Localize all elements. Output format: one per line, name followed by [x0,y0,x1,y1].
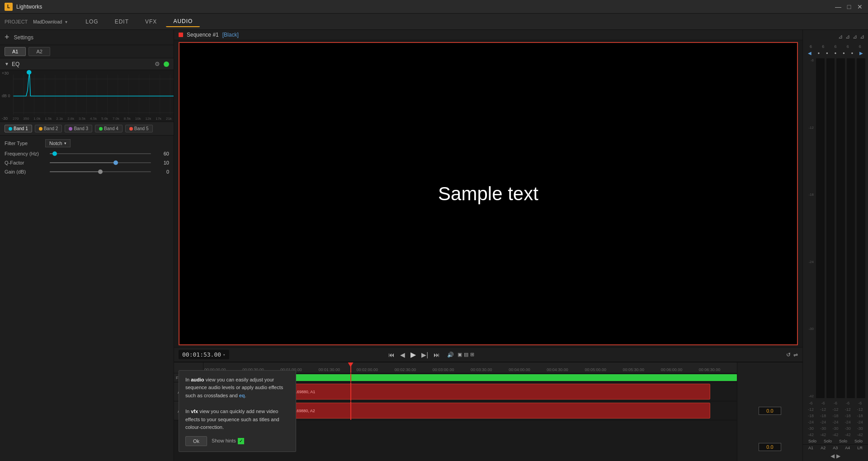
ch-label-a3: A3 [833,446,838,450]
solo-labels: Solo Solo Solo Solo [803,438,868,444]
frequency-value: 60 [156,151,169,156]
info-tooltip: In audio view you can easily adjust your… [179,370,296,452]
meter-bar-a1 [816,58,825,398]
meter-dot-4: ● [843,51,845,55]
audio-indicator: 🔊 [447,352,454,358]
meter-tri-2: ▶ [859,51,863,56]
minimize-button[interactable]: — [835,3,842,10]
band-selector: Band 1 Band 2 Band 3 Band 4 Band 5 [0,122,174,136]
settings-link[interactable]: Settings [14,34,33,41]
transport-right: ↺ ⇌ [786,352,798,358]
nav-log[interactable]: LOG [78,17,105,27]
filter-type-chevron: ▾ [64,141,66,146]
a2-fader-value[interactable]: 0.0 [759,443,781,451]
meter-tool-1[interactable]: ⊿ [838,33,843,40]
nav-vfx[interactable]: VFX [138,17,164,27]
qfactor-label: Q-Factor [5,160,45,165]
loop-icon[interactable]: ↺ [786,352,791,358]
meter-bar-lr [857,58,865,398]
filter-type-value: Notch [49,141,62,146]
meter-bar-a3 [836,58,845,398]
tooltip-line1: In audio view you can easily adjust your… [185,376,289,400]
meter-dot-2: ● [826,51,828,55]
band-1-button[interactable]: Band 1 [5,125,32,132]
meter-scale: -6-12-18-24-30-42 [806,58,815,398]
video-preview: Sample text [179,42,798,345]
video-sample-text: Sample text [438,183,538,205]
nav-edit[interactable]: EDIT [108,17,136,27]
main-area: + Settings A1 A2 ▼ EQ ⚙ [0,30,868,461]
ch-label-a4: A4 [845,446,850,450]
meter-tool-4[interactable]: ⊿ [860,33,864,40]
tab-a1[interactable]: A1 [5,47,26,56]
project-label: PROJECT [5,19,28,24]
meter-mid-scale-18: -18-18-18-18-18 [803,413,868,419]
transport-icon3: ⊞ [470,352,474,358]
band-3-button[interactable]: Band 3 [65,125,92,132]
meter-dot-1: ● [818,51,820,55]
show-hints-checkbox[interactable]: ✓ [238,438,244,444]
gear-icon[interactable]: ⚙ [155,61,160,67]
transport-icon2: ▤ [464,352,468,358]
filter-controls: Filter Type Notch ▾ Frequency (Hz) 60 Q-… [0,136,174,178]
lr-right-icon: ▶ [836,453,840,459]
band-2-button[interactable]: Band 2 [35,125,62,132]
meter-bars-area: -6-12-18-24-30-42 [803,56,868,400]
window-controls: — □ ✕ [835,3,863,10]
meter-label-6-2: 6 [822,44,824,49]
maximize-button[interactable]: □ [845,3,853,10]
bottom-right-panel: 0.0 0.0 [737,362,802,461]
next-frame-button[interactable]: ▶| [420,350,430,359]
tab-a2[interactable]: A2 [28,47,50,56]
eq-graph: +30 dB 0 -30 2703501.0k1.5k 2.1k2.8k3.5k… [0,70,174,122]
play-button[interactable]: ▶ [409,349,418,360]
meters-header: ⊿ ⊿ ⊿ ⊿ [803,30,868,43]
meter-mid-scale-30: -30-30-30-30-30 [803,425,868,432]
meter-tool-2[interactable]: ⊿ [845,33,850,40]
qfactor-slider[interactable] [50,162,151,163]
mark-icon[interactable]: ⇌ [793,352,798,358]
meter-top-labels: 6 6 6 6 6 [803,43,868,50]
ch-label-a1: A1 [808,446,813,450]
band-5-button[interactable]: Band 5 [125,125,153,132]
gain-slider[interactable] [50,171,151,172]
sequence-tag: [Black] [222,32,239,38]
add-button[interactable]: + [5,33,9,42]
qfactor-value: 10 [156,160,169,165]
show-hints-row: Show hints ✓ [212,437,244,445]
ch-label-a2: A2 [821,446,826,450]
meter-mid-scale-24: -24-24-24-24-24 [803,419,868,425]
eq-y-labels: +30 dB 0 -30 [2,70,10,122]
close-button[interactable]: ✕ [856,3,863,10]
tooltip-audio-bold: audio [191,377,204,382]
a2-clip[interactable]: Pexels Videos 2169880, A2 [262,403,710,419]
tooltip-footer: Ok Show hints ✓ [185,436,289,446]
band-4-button[interactable]: Band 4 [95,125,123,132]
a1-clip[interactable]: Pexels Pexels Videos 2169880, A1 [246,384,710,400]
frequency-slider[interactable] [50,153,151,154]
sequence-header: Sequence #1 [Black] [174,30,802,40]
go-end-button[interactable]: ⏭ [432,350,442,359]
timecode-display[interactable]: 00:01:53.00 ▾ [179,350,229,359]
eq-toggle-icon[interactable]: ▼ [5,61,9,66]
ok-button[interactable]: Ok [185,436,207,446]
tooltip-eq-link[interactable]: eq [239,393,245,398]
left-panel: + Settings A1 A2 ▼ EQ ⚙ [0,30,174,461]
prev-frame-button[interactable]: ◀ [398,350,407,359]
meter-mid-scale-12: -12-12-12-12-12 [803,406,868,413]
right-panel: ⊿ ⊿ ⊿ ⊿ 6 6 6 6 6 ◀ ● ● ● ● ● ▶ [802,30,868,461]
meter-label-6-3: 6 [834,44,836,49]
tooltip-vfx-bold: vfx [191,409,198,414]
transport-bar: 00:01:53.00 ▾ ⏮ ◀ ▶ ▶| ⏭ 🔊 ▣ ▤ ⊞ ↺ ⇌ [174,347,802,362]
filter-type-dropdown[interactable]: Notch ▾ [45,139,71,147]
go-start-button[interactable]: ⏮ [387,350,396,359]
center-panel: Sequence #1 [Black] Sample text 00:01:53… [174,30,802,461]
meter-mid-scale-42: -42-42-42-42-42 [803,432,868,438]
a1-fader-value[interactable]: 0.0 [759,407,781,415]
eq-label: EQ [12,61,155,67]
frequency-row: Frequency (Hz) 60 [5,151,169,156]
panel-toolbar: + Settings [0,30,174,45]
meter-tool-3[interactable]: ⊿ [853,33,857,40]
nav-audio[interactable]: AUDIO [166,16,200,27]
solo-label-a4: Solo [854,439,863,443]
